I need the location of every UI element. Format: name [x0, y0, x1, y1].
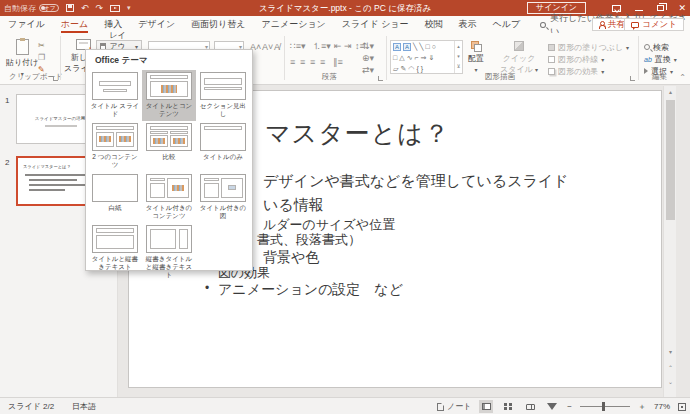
arc-shape-icon[interactable]: ◠: [408, 65, 414, 73]
line-shape-icon[interactable]: ╲: [413, 43, 417, 51]
reading-view-button[interactable]: [523, 400, 537, 413]
replace-button[interactable]: ab 置換 ▾: [644, 54, 677, 64]
slide-title-text[interactable]: マスターとは？: [265, 117, 450, 150]
justify-icon[interactable]: ≡: [320, 57, 325, 67]
tab-help[interactable]: ヘルプ: [485, 16, 529, 33]
increase-indent-icon[interactable]: ⇥: [344, 41, 352, 51]
layout-option-blank[interactable]: 白紙: [88, 172, 142, 223]
zoom-level[interactable]: 77%: [654, 402, 670, 411]
slide-sorter-view-button[interactable]: [501, 400, 515, 413]
tab-review[interactable]: 校閲: [417, 16, 451, 33]
tab-file[interactable]: ファイル: [0, 16, 53, 33]
slide-body-line[interactable]: いる情報: [263, 196, 324, 215]
notes-button[interactable]: ノート: [437, 401, 471, 412]
next-slide-icon[interactable]: ⌄: [664, 378, 677, 385]
block-arrow-icon[interactable]: ⇒: [421, 54, 427, 62]
parallelogram-shape-icon[interactable]: ▱: [393, 65, 398, 73]
fit-slide-to-window-icon[interactable]: [678, 403, 686, 411]
tab-view[interactable]: 表示: [451, 16, 485, 33]
scroll-down-icon[interactable]: ▾: [664, 348, 677, 355]
layout-option-two-content[interactable]: 2 つのコンテンツ: [88, 121, 142, 172]
restore-icon[interactable]: [657, 5, 664, 11]
clear-formatting-icon[interactable]: A̸: [274, 42, 280, 52]
normal-view-icon: [482, 403, 491, 410]
shape-fill-label: 図形の塗りつぶし: [558, 42, 623, 53]
language-indicator[interactable]: 日本語: [72, 401, 96, 412]
drawing-dialog-launcher[interactable]: [630, 76, 635, 81]
tab-animations[interactable]: アニメーション: [254, 16, 334, 33]
decrease-indent-icon[interactable]: ⇤: [334, 41, 342, 51]
convert-smartart-icon[interactable]: ⇄▾: [362, 65, 374, 75]
normal-view-button[interactable]: [479, 400, 493, 413]
collapse-ribbon-icon[interactable]: ⌃: [679, 73, 686, 82]
curve-shape-icon[interactable]: ∿: [407, 54, 413, 62]
tab-transitions[interactable]: 画面切り替え: [183, 16, 253, 33]
ribbon-display-options-icon[interactable]: [612, 5, 621, 12]
text-direction-icon[interactable]: ⇅▾: [362, 41, 374, 51]
copy-icon[interactable]: ❐: [38, 53, 45, 62]
slideshow-view-button[interactable]: [545, 400, 559, 413]
clipboard-dialog-launcher[interactable]: [53, 76, 58, 81]
bullets-icon[interactable]: ∷≡▾: [290, 41, 306, 51]
shapes-gallery[interactable]: AA╲╲□○ □△∿⌐⇒⇓ ▱✎◠{} ▴▾⊻: [390, 40, 463, 74]
arrow-shape-icon[interactable]: ╲: [419, 43, 423, 51]
shape-fill-button[interactable]: 図形の塗りつぶし ▾: [548, 42, 629, 52]
layout-option-title-slide[interactable]: タイトル スライド: [88, 70, 142, 121]
tab-home[interactable]: ホーム: [53, 16, 96, 33]
comments-button[interactable]: コメント: [624, 18, 684, 31]
select-caret-icon: ▾: [670, 68, 673, 75]
decrease-font-size-icon[interactable]: A˅: [262, 42, 273, 52]
numbering-icon[interactable]: ⒈≡▾: [312, 41, 331, 51]
scribble-shape-icon[interactable]: ✎: [400, 65, 406, 73]
zoom-slider[interactable]: [580, 406, 630, 407]
shape-effects-button[interactable]: 図形の効果 ▾: [548, 66, 604, 76]
layout-option-title-and-vertical-text[interactable]: タイトルと縦書きテキスト: [88, 223, 142, 282]
down-arrow-icon[interactable]: ⇓: [428, 54, 434, 62]
tab-design[interactable]: デザイン: [130, 16, 183, 33]
vertical-scrollbar[interactable]: ▴ ▾ ⌃ ⌄: [663, 86, 676, 397]
layout-option-vertical-title-and-text[interactable]: 縦書きタイトルと縦書きテキスト: [142, 223, 196, 282]
rectangle-shape-icon[interactable]: □: [425, 43, 429, 50]
triangle-shape-icon[interactable]: △: [399, 54, 404, 62]
cut-icon[interactable]: ✂: [38, 41, 45, 50]
previous-slide-icon[interactable]: ⌃: [664, 364, 677, 371]
layout-option-comparison[interactable]: 比較: [142, 121, 196, 172]
quick-styles-button[interactable]: クイック スタイル ▾: [500, 41, 538, 75]
zoom-slider-thumb[interactable]: [602, 402, 605, 411]
align-center-icon[interactable]: ≡: [300, 57, 305, 67]
shape-effects-icon: [548, 68, 555, 75]
brace-right-icon[interactable]: }: [421, 65, 423, 72]
slide-body-line[interactable]: デザインや書式などを管理しているスライド: [263, 172, 569, 191]
arrange-button[interactable]: 配置 ▾: [468, 41, 484, 73]
search-icon: [540, 22, 546, 28]
layout-option-section-header[interactable]: セクション見出し: [196, 70, 250, 121]
find-button[interactable]: 検索: [644, 42, 669, 52]
rect-shape-icon[interactable]: □: [393, 54, 397, 61]
slide-body-line[interactable]: 書式、段落書式）: [257, 231, 361, 249]
scroll-up-icon[interactable]: ▴: [664, 88, 677, 95]
tab-slideshow[interactable]: スライド ショー: [334, 16, 417, 33]
zoom-in-button[interactable]: ＋: [638, 401, 646, 412]
shapes-gallery-scrollbar[interactable]: ▴▾⊻: [454, 41, 462, 73]
align-right-icon[interactable]: ≡: [310, 57, 315, 67]
freeform-shape-icon[interactable]: ⌐: [415, 54, 419, 61]
zoom-out-button[interactable]: −: [567, 402, 572, 411]
layout-option-title-and-content[interactable]: タイトルとコンテンツ: [142, 70, 196, 121]
layout-option-title-only[interactable]: タイトルのみ: [196, 121, 250, 172]
layout-option-content-with-caption[interactable]: タイトル付きのコンテンツ: [142, 172, 196, 223]
shape-outline-button[interactable]: 図形の枠線 ▾: [548, 54, 604, 64]
slide-body-line[interactable]: 背景や色: [263, 249, 319, 267]
thumb-text-bar: [29, 179, 77, 181]
textbox-icon[interactable]: A: [393, 43, 401, 51]
scrollbar-thumb[interactable]: [666, 100, 675, 220]
slide-body-line[interactable]: アニメーションの設定 など: [218, 281, 403, 299]
oval-shape-icon[interactable]: ○: [432, 43, 436, 50]
vertical-textbox-icon[interactable]: A: [403, 43, 411, 51]
brace-left-icon[interactable]: {: [416, 65, 418, 72]
align-left-icon[interactable]: ≡: [290, 57, 295, 67]
layout-option-picture-with-caption[interactable]: タイトル付きの図: [196, 172, 250, 223]
columns-icon[interactable]: ∥≡: [333, 57, 343, 67]
paragraph-dialog-launcher[interactable]: [378, 76, 383, 81]
align-text-icon[interactable]: ⊕▾: [362, 53, 374, 63]
minimize-icon[interactable]: [635, 10, 643, 11]
